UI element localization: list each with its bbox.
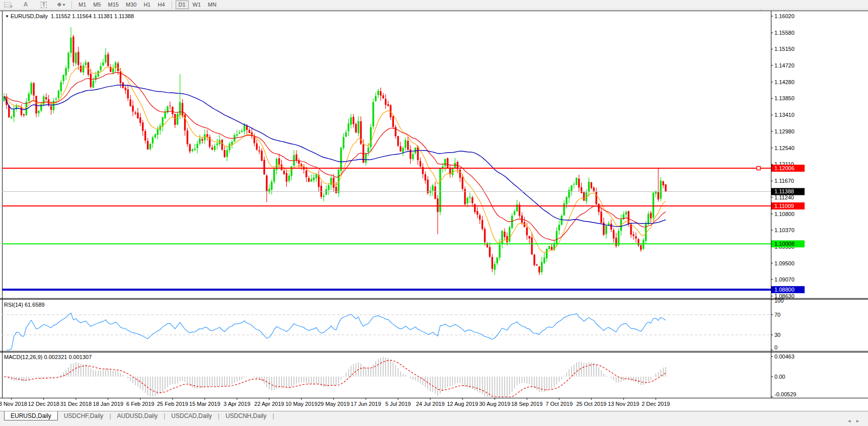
date-axis-label: 12 Dec 2018: [28, 401, 59, 407]
price-axis-tick: 1.14720: [774, 62, 795, 68]
date-axis-label: 23 Nov 2018: [0, 401, 27, 407]
grid-f-icon-shape: F: [4, 2, 11, 8]
symbol-label: EURUSD,Daily: [11, 13, 48, 19]
price-axis-tick: 1.11670: [774, 178, 794, 184]
chart-tab-USDCAD[interactable]: USDCAD,Daily: [165, 411, 218, 420]
tab-scroll-left-icon[interactable]: ◄: [847, 418, 855, 423]
price-axis-tick: 1.15580: [774, 30, 795, 36]
chart-plot-area[interactable]: 1.160201.155801.151501.147201.142801.138…: [0, 0, 868, 426]
draw-shapes-icon[interactable]: ❖ ▾: [55, 1, 66, 9]
price-axis-tick: 1.12980: [774, 128, 795, 134]
price-axis-tick: 1.10800: [774, 211, 795, 217]
ohlc-values: 1.11552 1.11564 1.11381 1.11388: [51, 13, 134, 19]
rsi-indicator-label: RSI(14) 61.6589: [4, 302, 45, 308]
font-label-glyph: A: [24, 1, 28, 8]
price-axis-tick: 1.13410: [774, 112, 795, 118]
svg-text:1.10008: 1.10008: [774, 241, 795, 247]
svg-text:1.08800: 1.08800: [774, 287, 795, 293]
date-axis-label: 5 Jul 2019: [385, 401, 411, 407]
timeframe-button-D1[interactable]: D1: [176, 1, 189, 9]
timeframe-button-W1[interactable]: W1: [190, 1, 204, 9]
chevron-down-icon: ▾: [63, 3, 65, 7]
symbol-ohlc-line: ▼ EURUSD,Daily 1.11552 1.11564 1.11381 1…: [5, 13, 134, 19]
chart-tabs: EURUSD,DailyUSDCHF,Daily|AUDUSD,Daily|US…: [0, 411, 274, 420]
svg-text:1.11009: 1.11009: [774, 203, 794, 209]
rsi-value: 61.6589: [25, 302, 45, 308]
date-axis-label: 10 May 2019: [285, 401, 318, 407]
draw-shapes-glyph: ❖: [57, 2, 62, 8]
rsi-name: RSI(14): [4, 302, 23, 308]
top-toolbar: F A T ❖ ▾ M1M5M15M30H1H4D1W1MN: [0, 0, 868, 10]
date-axis-label: 7 Oct 2019: [545, 401, 573, 407]
hline-handle[interactable]: [757, 167, 760, 170]
price-axis-tick: 1.09500: [774, 260, 795, 266]
tab-scroll-right-icon[interactable]: ►: [855, 418, 864, 423]
tab-scroll-arrows: ◄►: [847, 418, 864, 423]
text-box-glyph: T: [41, 2, 47, 8]
date-axis-label: 22 Apr 2019: [254, 401, 284, 407]
rsi-axis-tick: 30: [774, 332, 780, 338]
svg-text:1.11388: 1.11388: [774, 188, 794, 194]
metatrader-window: F A T ❖ ▾ M1M5M15M30H1H4D1W1MN 1.160201.…: [0, 0, 868, 426]
collapse-triangle-icon[interactable]: ▼: [5, 14, 9, 19]
text-box-icon[interactable]: T: [38, 1, 49, 9]
timeframe-button-H4[interactable]: H4: [154, 1, 168, 9]
date-axis-label: 6 Feb 2019: [126, 401, 154, 407]
price-axis-tick: 1.12540: [774, 145, 795, 151]
price-axis-tick: 1.13850: [774, 95, 795, 101]
date-axis-label: 31 Dec 2018: [60, 401, 92, 407]
rsi-axis-tick: 70: [774, 312, 780, 318]
timeframe-button-M30[interactable]: M30: [123, 1, 139, 9]
date-axis-label: 3 Apr 2019: [223, 401, 250, 407]
date-axis-label: 15 Mar 2019: [189, 401, 220, 407]
price-axis-tick: 1.09070: [774, 276, 795, 282]
timeframe-button-M1[interactable]: M1: [75, 1, 89, 9]
chart-tab-USDCHF[interactable]: USDCHF,Daily: [58, 411, 110, 420]
grid-f-icon[interactable]: F: [2, 1, 13, 9]
macd-values: 0.002321 0.001307: [44, 354, 92, 360]
svg-text:1.12006: 1.12006: [774, 165, 795, 171]
macd-name: MACD(12,26,9): [4, 354, 42, 360]
timeframe-button-H1[interactable]: H1: [140, 1, 153, 9]
macd-axis-tick: 0.00463: [774, 353, 795, 360]
macd-axis-tick: 0.00: [774, 374, 785, 380]
macd-axis-tick: -0.00529: [774, 391, 796, 397]
date-axis-label: 29 May 2019: [318, 401, 350, 407]
date-axis-label: 25 Feb 2019: [157, 401, 188, 407]
rsi-axis-tick: 0: [774, 344, 777, 350]
chart-tab-EURUSD[interactable]: EURUSD,Daily: [4, 411, 58, 420]
timeframe-button-M5[interactable]: M5: [90, 1, 104, 9]
date-axis-label: 18 Jan 2019: [93, 401, 124, 407]
chart-tab-USDCNH[interactable]: USDCNH,Daily: [219, 411, 272, 420]
macd-indicator-label: MACD(12,26,9) 0.002321 0.001307: [4, 354, 92, 360]
timeframe-button-M15[interactable]: M15: [105, 1, 122, 9]
price-axis-tick: 1.16020: [774, 13, 795, 19]
date-axis-label: 2 Dec 2019: [642, 401, 670, 407]
rsi-axis-tick: 100: [774, 298, 783, 304]
date-axis-label: 30 Aug 2019: [479, 401, 510, 407]
toolbar-separator: [172, 1, 172, 9]
date-axis-label: 17 Jun 2019: [351, 401, 381, 407]
date-axis-label: 24 Jul 2019: [416, 401, 445, 407]
date-axis-label: 12 Aug 2019: [447, 401, 478, 407]
toolbar-separator: [71, 1, 72, 9]
price-axis-tick: 1.14280: [774, 79, 795, 85]
font-label-icon[interactable]: A: [20, 1, 31, 9]
chart-tab-AUDUSD[interactable]: AUDUSD,Daily: [111, 411, 164, 420]
price-axis-tick: 1.15150: [774, 46, 795, 52]
price-axis-tick: 1.10370: [774, 227, 795, 233]
timeframe-button-group: M1M5M15M30H1H4D1W1MN: [75, 1, 220, 9]
chart-tabs-bar: EURUSD,DailyUSDCHF,Daily|AUDUSD,Daily|US…: [0, 411, 868, 426]
date-axis-label: 18 Sep 2019: [511, 401, 542, 407]
timeframe-button-MN[interactable]: MN: [205, 1, 219, 9]
tab-separator: |: [272, 411, 274, 420]
date-axis-label: 13 Nov 2019: [608, 401, 639, 407]
date-axis-label: 25 Oct 2019: [576, 401, 606, 407]
